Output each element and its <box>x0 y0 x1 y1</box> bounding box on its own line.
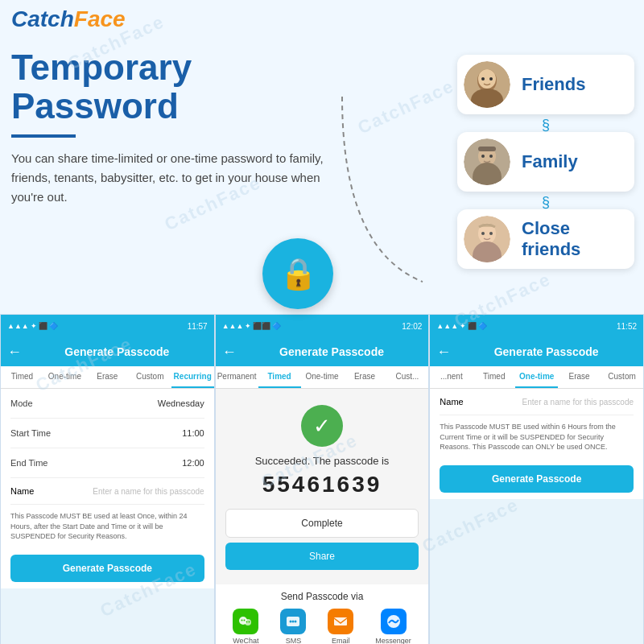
svg-rect-27 <box>334 617 347 625</box>
svg-point-20 <box>244 620 246 621</box>
phone1-nav: ← Generate Passcode <box>1 337 214 366</box>
phone1-end-label: End Time <box>10 458 47 468</box>
svg-point-24 <box>290 621 292 623</box>
phone3-generate-btn[interactable]: Generate Passcode <box>440 465 634 493</box>
person-card-friends: Friends <box>457 55 634 114</box>
phone1-notice: This Passcode MUST BE used at least Once… <box>10 505 204 548</box>
send-app-email[interactable]: Email <box>328 609 353 644</box>
svg-point-21 <box>246 621 248 623</box>
phone1-tab-onetime[interactable]: One-time <box>43 366 86 388</box>
lock-icon: 🔒 <box>279 256 317 291</box>
person-card-family: Family <box>457 132 634 192</box>
send-via-title: Send Passcode via <box>222 591 423 602</box>
wechat-icon <box>233 609 258 634</box>
avatar-close <box>464 216 510 262</box>
phone2-signal-icons: ▲▲▲ ✦ ⬛⬛ 🔷 <box>222 322 282 330</box>
phone1-name-label: Name <box>10 486 34 496</box>
phone1-end-row: End Time 12:00 <box>10 448 204 478</box>
phone1-mode-value: Wednesday <box>158 398 204 408</box>
email-label: Email <box>332 637 350 644</box>
phone1-end-value: 12:00 <box>182 458 204 468</box>
svg-point-19 <box>242 620 243 621</box>
connector-2: § <box>457 195 634 209</box>
phone2-nav: ← Generate Passcode <box>216 337 429 366</box>
phone1-name-placeholder: Enter a name for this passcode <box>93 487 204 496</box>
logo-catch: Catch <box>11 6 74 32</box>
phone3-tab-perm[interactable]: ...nent <box>430 366 473 388</box>
friends-label: Friends <box>522 74 585 95</box>
phone3-nav-title: Generate Passcode <box>456 345 637 358</box>
phone2-tab-onetime[interactable]: One-time <box>301 366 344 388</box>
email-icon <box>328 609 353 634</box>
complete-btn[interactable]: Complete <box>225 509 419 538</box>
lock-circle: 🔒 <box>262 238 333 309</box>
phone2-back-btn[interactable]: ← <box>222 344 237 361</box>
phone3-tab-erase[interactable]: Erase <box>558 366 601 388</box>
phone1-generate-btn[interactable]: Generate Passcode <box>10 555 204 582</box>
phone2-tab-permanent[interactable]: Permanent <box>216 366 258 388</box>
phone3-content: Name Enter a name for this passcode This… <box>430 389 643 499</box>
phone3-name-placeholder: Enter a name for this passcode <box>522 398 634 407</box>
connector-1: § <box>457 118 634 132</box>
wechat-label: WeChat <box>233 637 258 644</box>
phone3-status-bar: ▲▲▲ ✦ ⬛ 🔷 11:52 <box>430 315 643 337</box>
phone1-tab-erase[interactable]: Erase <box>86 366 129 388</box>
phone3-tab-custom[interactable]: Custom <box>601 366 643 388</box>
send-via-section: Send Passcode via WeChat SMS <box>216 584 429 644</box>
phone3-tabs: ...nent Timed One-time Erase Custom <box>430 366 643 389</box>
phone3-tab-timed[interactable]: Timed <box>473 366 515 388</box>
phone2-tab-timed[interactable]: Timed <box>258 366 301 388</box>
phone1-start-row: Start Time 11:00 <box>10 419 204 448</box>
phone3-nav: ← Generate Passcode <box>430 337 643 366</box>
svg-point-5 <box>489 77 493 80</box>
send-app-messenger[interactable]: Messenger <box>375 609 411 644</box>
share-btn[interactable]: Share <box>225 543 419 570</box>
phone3-signal-icons: ▲▲▲ ✦ ⬛ 🔷 <box>436 322 487 330</box>
family-label: Family <box>522 151 578 172</box>
phone3-back-btn[interactable]: ← <box>436 344 451 361</box>
phone1-name-row[interactable]: Name Enter a name for this passcode <box>10 478 204 505</box>
phone1-content: Mode Wednesday Start Time 11:00 End Time… <box>1 389 214 588</box>
phone1-start-value: 11:00 <box>182 428 204 438</box>
sms-icon <box>280 609 306 634</box>
sms-label: SMS <box>286 637 302 644</box>
phone2-tab-cust[interactable]: Cust... <box>386 366 428 388</box>
phone2-time: 12:02 <box>402 322 422 331</box>
phone2-status-bar: ▲▲▲ ✦ ⬛⬛ 🔷 12:02 <box>216 315 429 337</box>
svg-point-4 <box>481 77 485 80</box>
phone1-mode-label: Mode <box>10 398 33 408</box>
phone1-time: 11:57 <box>188 322 208 331</box>
phone3-tab-onetime[interactable]: One-time <box>515 366 558 388</box>
lock-area: 🔒 <box>258 233 338 314</box>
phone1-nav-title: Generate Passcode <box>27 345 208 358</box>
person-cards: Friends § Family § <box>457 55 634 272</box>
send-icons-row: WeChat SMS Email <box>222 609 423 644</box>
phone1-tab-recurring[interactable]: Recurring <box>171 366 214 388</box>
send-app-sms[interactable]: SMS <box>280 609 306 644</box>
phone1-status-bar: ▲▲▲ ✦ ⬛ 🔷 11:57 <box>1 315 214 337</box>
svg-point-16 <box>489 232 493 235</box>
messenger-icon <box>381 609 407 634</box>
phone1-tab-custom[interactable]: Custom <box>129 366 171 388</box>
phone1-back-btn[interactable]: ← <box>7 344 22 361</box>
close-friends-label: Close friends <box>522 218 621 260</box>
phone3-name-row[interactable]: Name Enter a name for this passcode <box>440 389 634 415</box>
logo-face: Face <box>74 6 126 32</box>
send-app-wechat[interactable]: WeChat <box>233 609 258 644</box>
avatar-family <box>464 138 510 185</box>
phone2-tabs: Permanent Timed One-time Erase Cust... <box>216 366 429 389</box>
svg-point-10 <box>489 155 493 158</box>
svg-point-9 <box>481 155 485 158</box>
phone-1: ▲▲▲ ✦ ⬛ 🔷 11:57 ← Generate Passcode Time… <box>0 314 215 644</box>
phone1-signal-icons: ▲▲▲ ✦ ⬛ 🔷 <box>7 322 58 330</box>
phone3-time: 11:52 <box>617 322 637 331</box>
header: CatchFace <box>11 6 126 32</box>
svg-point-15 <box>481 232 485 235</box>
phone2-tab-erase[interactable]: Erase <box>343 366 386 388</box>
phone-3: ▲▲▲ ✦ ⬛ 🔷 11:52 ← Generate Passcode ...n… <box>429 314 644 644</box>
hero-divider <box>11 134 76 138</box>
passcode-number: 55461639 <box>262 472 382 497</box>
svg-point-26 <box>295 621 297 623</box>
phone1-tab-timed[interactable]: Timed <box>1 366 43 388</box>
person-card-close: Close friends <box>457 209 634 269</box>
